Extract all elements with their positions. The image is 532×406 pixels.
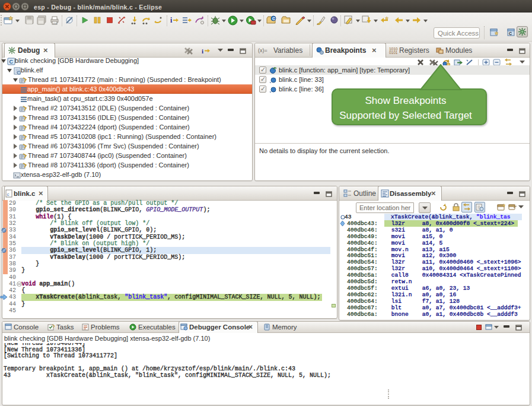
svg-text:C: C (9, 59, 14, 65)
svg-text:0101: 0101 (389, 50, 398, 55)
svg-text:c: c (7, 192, 9, 197)
svg-text:(x)=: (x)= (258, 47, 267, 53)
svg-text:i: i (202, 47, 203, 55)
svg-text:i: i (170, 16, 173, 24)
svg-text:010: 010 (53, 22, 57, 25)
svg-text:C: C (272, 17, 275, 21)
svg-text:C: C (509, 31, 512, 36)
